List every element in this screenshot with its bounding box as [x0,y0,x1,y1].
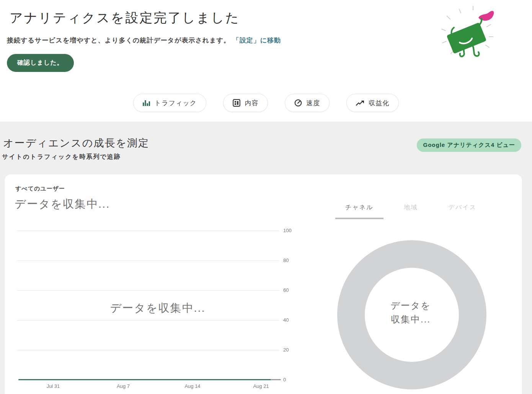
donut-text-line1: データを [365,299,457,313]
tab-devices[interactable]: デバイス [439,204,487,219]
tab-locations[interactable]: 地域 [394,204,428,219]
x-axis-tick: Jul 31 [38,383,69,389]
metric-label: すべてのユーザー [15,185,65,192]
y-axis-tick: 0 [283,377,300,383]
x-axis-tick: Aug 14 [177,383,208,389]
confirm-button[interactable]: 確認しました。 [7,54,74,72]
nav-tab-content[interactable]: 内容 [223,94,268,112]
banner-description-text: 接続するサービスを増やすと、より多くの統計データが表示されます。 [7,37,230,44]
sitekit-analytics-page: アナリティクスを設定完了しました 接続するサービスを増やすと、より多くの統計デー… [0,0,532,394]
trending-up-icon [356,100,364,106]
nav-tab-monetization[interactable]: 収益化 [346,94,399,112]
ga4-view-badge: Google アナリティクス4 ビュー [417,138,521,152]
nav-tab-speed[interactable]: 速度 [285,94,330,112]
x-axis-tick: Aug 7 [108,383,139,389]
gridline [17,350,279,350]
tab-channels[interactable]: チャネル [335,204,383,219]
nav-tab-label: 収益化 [369,99,389,107]
nav-tab-traffic[interactable]: トラフィック [133,94,206,112]
chart-gathering-data-text: データを収集中... [96,301,219,316]
y-axis-tick: 40 [283,317,300,323]
flat-data-line [18,379,271,380]
donut-gathering-data-text: データを 収集中... [365,299,457,326]
dashboard-nav: トラフィック 内容 速度 収益化 [0,94,532,112]
donut-text-line2: 収集中... [365,313,457,326]
speed-gauge-icon [294,99,302,107]
partial-data-line [271,379,281,380]
settings-link[interactable]: 「設定」に移動 [233,37,281,44]
dimension-tabs: チャネル 地域 デバイス [335,204,486,219]
gridline [17,290,279,291]
bar-chart-icon [143,100,150,106]
y-axis-tick: 60 [283,287,300,293]
nav-tab-label: 内容 [245,99,258,107]
page-title: アナリティクスを設定完了しました [10,9,240,27]
content-grid-icon [233,99,240,107]
section-subtitle: サイトのトラフィックを時系列で追跡 [2,153,121,161]
y-axis-tick: 20 [283,347,300,353]
metric-value: データを収集中... [15,197,110,212]
nav-tab-label: 速度 [306,99,320,107]
y-axis-tick: 80 [283,257,300,263]
gridline [17,320,279,321]
traffic-card: すべてのユーザー データを収集中... チャネル 地域 デバイス 100 80 … [5,174,522,394]
y-axis-tick: 100 [283,228,300,233]
celebration-illustration [436,2,501,65]
x-axis-tick: Aug 21 [246,383,276,389]
audience-growth-section: オーディエンスの成長を測定 サイトのトラフィックを時系列で追跡 Google ア… [0,122,532,394]
nav-tab-label: トラフィック [155,99,197,107]
gridline [17,231,279,231]
section-title: オーディエンスの成長を測定 [3,136,149,150]
banner-description: 接続するサービスを増やすと、より多くの統計データが表示されます。 「設定」に移動 [7,36,281,45]
gridline [17,260,279,261]
